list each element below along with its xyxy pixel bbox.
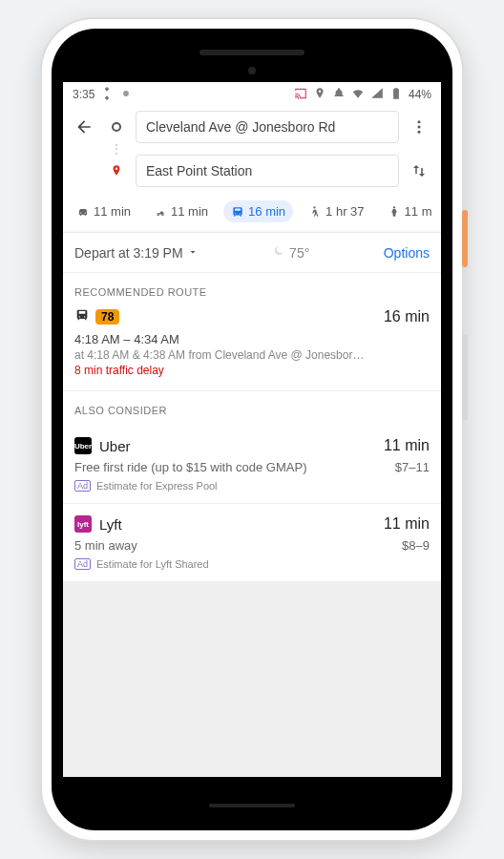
route-detail: at 4:18 AM & 4:38 AM from Cleveland Ave … — [74, 348, 430, 362]
nav-handle — [209, 804, 295, 807]
screen: 3:35 — [63, 82, 441, 777]
back-button[interactable] — [71, 114, 97, 140]
route-connector-icon: ⋮ — [103, 143, 130, 155]
debug-icon — [100, 87, 114, 103]
mode-moto[interactable]: 11 min — [146, 200, 216, 222]
directions-header: Cleveland Ave @ Jonesboro Rd ⋮ — [63, 107, 441, 195]
mode-moto-time: 11 min — [171, 204, 208, 219]
ad-text: Estimate for Express Pool — [96, 480, 218, 492]
mode-walk-time: 1 hr 37 — [326, 204, 364, 219]
svg-rect-1 — [394, 94, 398, 98]
temperature: 75° — [289, 245, 309, 261]
svg-point-4 — [418, 131, 421, 134]
phone-frame: 3:35 — [42, 19, 462, 840]
swap-button[interactable] — [405, 157, 433, 185]
volume-button — [462, 334, 468, 420]
options-text: Options — [384, 245, 430, 261]
depart-selector[interactable]: Depart at 3:19 PM — [74, 245, 199, 261]
ride-price: $7–11 — [395, 460, 430, 474]
front-camera — [248, 67, 256, 74]
ride-option-uber[interactable]: Uber Uber 11 min Free first ride (up to … — [63, 426, 441, 504]
chevron-down-icon — [187, 245, 199, 261]
mode-rideshare-time: 11 m — [405, 204, 432, 219]
mode-transit-time: 16 min — [248, 204, 285, 219]
options-button[interactable]: Options — [384, 245, 430, 261]
weather: 75° — [272, 244, 309, 261]
status-time: 3:35 — [73, 88, 94, 101]
battery-icon — [389, 87, 403, 103]
overflow-menu[interactable] — [405, 113, 433, 141]
bus-icon — [74, 307, 90, 326]
mode-rideshare[interactable]: 11 m — [380, 200, 440, 222]
earpiece — [200, 50, 304, 55]
origin-marker — [103, 122, 130, 132]
mode-walk[interactable]: 1 hr 37 — [301, 200, 371, 222]
ad-badge: Ad — [74, 558, 91, 570]
location-status-icon — [119, 87, 133, 103]
ride-eta: 11 min — [384, 515, 430, 533]
uber-logo-icon: Uber — [74, 437, 92, 454]
route-time-range: 4:18 AM – 4:34 AM — [74, 332, 430, 346]
moon-icon — [272, 244, 285, 261]
svg-point-0 — [123, 91, 129, 96]
pin-icon — [313, 87, 326, 103]
svg-point-2 — [418, 120, 421, 123]
travel-modes: 11 min 11 min 16 min 1 hr 37 11 m — [63, 195, 441, 232]
to-input[interactable]: East Point Station — [136, 155, 399, 187]
power-button — [462, 210, 468, 267]
mode-car[interactable]: 11 min — [69, 200, 138, 222]
from-text: Cleveland Ave @ Jonesboro Rd — [146, 119, 335, 135]
to-text: East Point Station — [146, 163, 252, 178]
traffic-warning: 8 min traffic delay — [74, 364, 430, 377]
mode-car-time: 11 min — [94, 204, 131, 219]
mute-icon — [332, 87, 346, 103]
depart-text: Depart at 3:19 PM — [74, 245, 183, 261]
ride-sub: 5 min away — [74, 538, 137, 553]
ride-option-lyft[interactable]: lyft Lyft 11 min 5 min away $8–9 Ad Esti… — [63, 504, 441, 581]
recommended-route[interactable]: 78 16 min 4:18 AM – 4:34 AM at 4:18 AM &… — [63, 307, 441, 391]
wifi-icon — [351, 87, 365, 103]
from-input[interactable]: Cleveland Ave @ Jonesboro Rd — [136, 111, 399, 143]
mode-transit[interactable]: 16 min — [223, 200, 293, 222]
status-bar: 3:35 — [63, 82, 441, 107]
ride-price: $8–9 — [402, 538, 430, 553]
signal-icon — [370, 87, 384, 103]
ad-badge: Ad — [74, 480, 91, 492]
route-eta: 16 min — [384, 308, 430, 325]
provider-name: Lyft — [99, 516, 122, 533]
phone-body: 3:35 — [52, 29, 452, 830]
recommended-label: RECOMMENDED ROUTE — [63, 273, 441, 307]
bus-route-badge: 78 — [95, 309, 119, 325]
results-sheet: Depart at 3:19 PM 75° Options — [63, 232, 441, 777]
ride-eta: 11 min — [384, 437, 430, 454]
also-consider-label: ALSO CONSIDER — [63, 391, 441, 426]
cast-icon — [294, 87, 307, 103]
ride-sub: Free first ride (up to $15 with code GMA… — [74, 460, 306, 474]
ad-text: Estimate for Lyft Shared — [96, 558, 209, 570]
battery-text: 44% — [409, 88, 431, 101]
provider-name: Uber — [99, 438, 131, 454]
destination-marker — [103, 164, 130, 178]
empty-area — [63, 581, 441, 777]
svg-point-3 — [418, 126, 421, 129]
lyft-logo-icon: lyft — [74, 515, 92, 533]
